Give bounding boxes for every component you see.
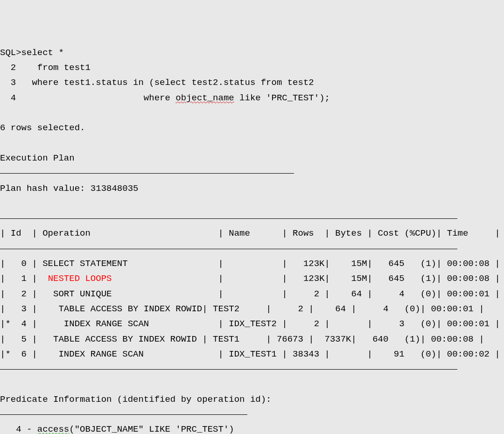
- divider: [0, 369, 457, 370]
- line-num-3: 3: [0, 77, 16, 88]
- plan-row-4: |* 4 | INDEX RANGE SCAN | IDX_TEST2 | 2 …: [0, 319, 500, 329]
- execution-plan-label: Execution Plan: [0, 153, 75, 163]
- sql-line-1: select *: [21, 48, 64, 58]
- plan-row-6: |* 6 | INDEX RANGE SCAN | IDX_TEST1 | 38…: [0, 349, 500, 359]
- sql-line-3: where test1.status in (select test2.stat…: [16, 77, 314, 88]
- plan-row-3: | 3 | TABLE ACCESS BY INDEX ROWID| TEST2…: [0, 304, 484, 314]
- plan-hash-value: Plan hash value: 313848035: [0, 183, 138, 194]
- pred-4-access-post: ("OBJECT_NAME" LIKE 'PRC_TEST'): [69, 424, 234, 434]
- sql-line-2: from test1: [16, 63, 91, 73]
- predicate-info-label: Predicate Information (identified by ope…: [0, 394, 272, 405]
- plan-row-1b: | | 123K| 15M| 645 (1)| 00:00:08 |: [112, 273, 500, 284]
- pred-4-access-pre: 4 -: [0, 424, 37, 434]
- sql-prompt: SQL>: [0, 48, 21, 58]
- terminal-output: SQL>select * 2 from test1 3 where test1.…: [0, 45, 504, 434]
- grammar-access-4: access: [37, 424, 69, 434]
- divider: [0, 414, 247, 415]
- divider: [0, 248, 457, 249]
- divider: [0, 173, 294, 174]
- plan-row-5: | 5 | TABLE ACCESS BY INDEX ROWID | TEST…: [0, 334, 484, 344]
- plan-row-1a: | 1 |: [0, 273, 48, 284]
- plan-header-row: | Id | Operation | Name | Rows | Bytes |…: [0, 228, 500, 238]
- line-num-2: 2: [0, 63, 16, 73]
- plan-row-2: | 2 | SORT UNIQUE | | 2 | 64 | 4 (0)| 00…: [0, 289, 500, 299]
- sql-line-4b: like 'PRC_TEST');: [234, 93, 330, 103]
- sql-line-4a: where: [16, 93, 175, 103]
- divider: [0, 218, 457, 219]
- plan-row-0: | 0 | SELECT STATEMENT | | 123K| 15M| 64…: [0, 259, 500, 269]
- typo-object-name: object_name: [175, 93, 234, 103]
- line-num-4: 4: [0, 93, 16, 103]
- rows-selected: 6 rows selected.: [0, 123, 85, 133]
- nested-loops-highlight: NESTED LOOPS: [48, 273, 112, 284]
